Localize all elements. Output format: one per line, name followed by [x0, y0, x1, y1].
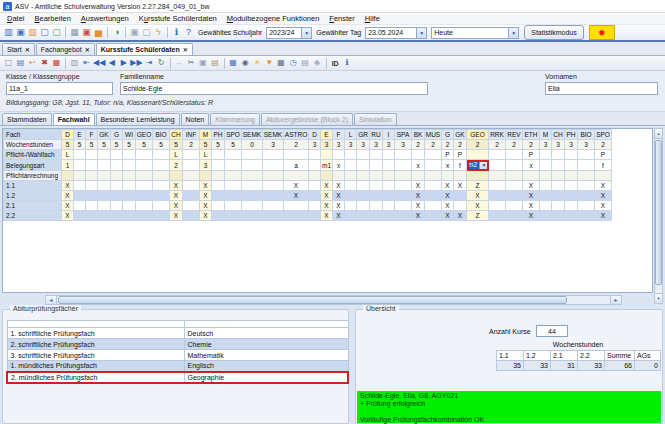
column-header-ch[interactable]: CH: [552, 130, 565, 140]
grid-cell[interactable]: x: [442, 160, 454, 171]
grid-cell[interactable]: X: [595, 201, 612, 211]
delete-icon[interactable]: ✖: [39, 57, 50, 69]
grid-cell[interactable]: [263, 201, 284, 211]
grid-cell[interactable]: 3: [578, 140, 595, 150]
grid-cell[interactable]: [242, 191, 263, 201]
selected-day-select[interactable]: 23.05.2024 ▼: [365, 27, 427, 39]
grid-cell[interactable]: [200, 171, 212, 181]
print-icon[interactable]: ▦: [228, 57, 239, 69]
grid-cell[interactable]: 2: [284, 140, 309, 150]
grid-cell[interactable]: [540, 171, 552, 181]
grid-cell[interactable]: [357, 211, 370, 221]
grid-cell[interactable]: [467, 150, 489, 160]
grid-cell[interactable]: [136, 171, 153, 181]
grid-cell[interactable]: X: [170, 181, 183, 191]
column-header-bio[interactable]: BIO: [578, 130, 595, 140]
column-header-i[interactable]: I: [383, 130, 395, 140]
grid-cell[interactable]: [506, 181, 523, 191]
grid-cell[interactable]: [540, 211, 552, 221]
grid-cell[interactable]: [212, 150, 225, 160]
grid-cell[interactable]: f: [595, 160, 612, 171]
grid-cell[interactable]: X: [321, 201, 333, 211]
grid-cell[interactable]: [225, 211, 242, 221]
timetable-icon[interactable]: ▥: [3, 27, 14, 39]
vertical-scrollbar[interactable]: ▲ ▼: [654, 128, 663, 304]
scroll-down-icon[interactable]: ▼: [655, 293, 662, 303]
book-icon[interactable]: ▤: [300, 57, 311, 69]
cut-icon[interactable]: ✂: [186, 57, 197, 69]
grid-cell[interactable]: 2: [412, 140, 425, 150]
grid-cell[interactable]: [212, 181, 225, 191]
paste-icon[interactable]: ▤: [210, 57, 221, 69]
grid-cell[interactable]: [98, 211, 111, 221]
grid-cell[interactable]: f: [454, 160, 467, 171]
grid-cell[interactable]: [370, 150, 383, 160]
grid-cell[interactable]: [578, 181, 595, 191]
column-header-mus[interactable]: MUS: [425, 130, 442, 140]
grid-cell[interactable]: [489, 191, 506, 201]
column-header-f[interactable]: F: [86, 130, 98, 140]
column-header-f[interactable]: F: [333, 130, 345, 140]
grid-cell[interactable]: [540, 150, 552, 160]
forward-icon[interactable]: ▶▶: [130, 57, 142, 69]
menu-fenster[interactable]: Fenster: [324, 14, 359, 23]
clock-icon[interactable]: ◷: [288, 57, 299, 69]
table-refresh-icon[interactable]: ▦: [51, 57, 62, 69]
grid-cell[interactable]: [86, 201, 98, 211]
grid-cell[interactable]: m1: [321, 160, 333, 171]
grid-cell[interactable]: [321, 171, 333, 181]
column-header-e[interactable]: E: [74, 130, 86, 140]
grid-cell[interactable]: 5: [74, 140, 86, 150]
belegungsart-dropdown-cell[interactable]: m2▼: [467, 160, 489, 171]
grid-cell[interactable]: [309, 160, 321, 171]
grid-cell[interactable]: X: [523, 191, 540, 201]
school-year-select[interactable]: 2023/24 ▼: [266, 27, 312, 39]
grid-cell[interactable]: [263, 181, 284, 191]
lamp-icon[interactable]: ☀: [252, 57, 263, 69]
grid-cell[interactable]: L: [170, 150, 183, 160]
column-header-astro[interactable]: ASTRO: [284, 130, 309, 140]
column-header-ch[interactable]: CH: [170, 130, 183, 140]
grid-cell[interactable]: [263, 191, 284, 201]
grid-cell[interactable]: [123, 201, 136, 211]
grid-cell[interactable]: [123, 150, 136, 160]
grid-cell[interactable]: 3: [552, 140, 565, 150]
grid-cell[interactable]: [309, 191, 321, 201]
column-header-rrk[interactable]: RRK: [489, 130, 506, 140]
grid-cell[interactable]: [74, 150, 86, 160]
grid-cell[interactable]: [225, 191, 242, 201]
grid-cell[interactable]: [383, 211, 395, 221]
grid-cell[interactable]: [242, 150, 263, 160]
column-header-bk[interactable]: BK: [412, 130, 425, 140]
grid-cell[interactable]: [225, 201, 242, 211]
grid-cell[interactable]: [183, 171, 200, 181]
grid-cell[interactable]: [552, 191, 565, 201]
grid-cell[interactable]: [183, 160, 200, 171]
grid-cell[interactable]: 0: [242, 140, 263, 150]
grid-cell[interactable]: 5: [111, 140, 123, 150]
column-header-d[interactable]: D: [309, 130, 321, 140]
window-export-icon[interactable]: ▢: [141, 27, 152, 39]
tab-kursstufe-sch-lerdaten[interactable]: Kursstufe Schülerdaten✕: [96, 43, 193, 55]
grid-cell[interactable]: [62, 171, 74, 181]
grid-cell[interactable]: [98, 191, 111, 201]
grid-cell[interactable]: X: [333, 211, 345, 221]
grid-cell[interactable]: 5: [86, 140, 98, 150]
grid-cell[interactable]: [153, 211, 170, 221]
grid-cell[interactable]: [345, 181, 357, 191]
grid-cell[interactable]: 2: [595, 140, 612, 150]
grid-cell[interactable]: [395, 160, 412, 171]
grid-cell[interactable]: X: [321, 191, 333, 201]
grid-cell[interactable]: [395, 171, 412, 181]
tab-besondere-lernleistung[interactable]: Besondere Lernleistung: [96, 113, 180, 125]
grid-cell[interactable]: [383, 171, 395, 181]
grid-cell[interactable]: [225, 181, 242, 191]
grid-cell[interactable]: [345, 150, 357, 160]
grid-cell[interactable]: [489, 201, 506, 211]
grid-cell[interactable]: 2: [183, 140, 200, 150]
grid-cell[interactable]: 5: [98, 140, 111, 150]
menu-modulbezogene-funktionen[interactable]: Modulbezogene Funktionen: [222, 14, 325, 23]
tab-fachwahl[interactable]: Fachwahl: [53, 113, 95, 125]
menu-kursstufe-sch-lerdaten[interactable]: Kursstufe Schülerdaten: [134, 14, 222, 23]
grid-cell[interactable]: [333, 150, 345, 160]
